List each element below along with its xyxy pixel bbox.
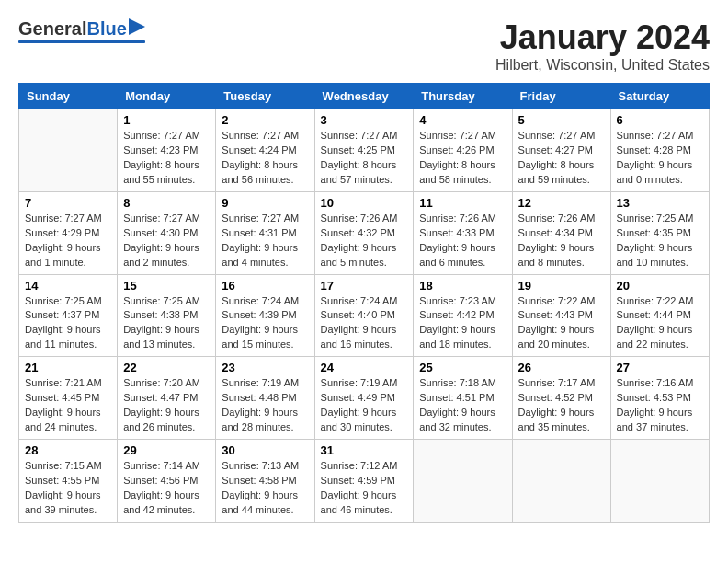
calendar-day-cell: 25Sunrise: 7:18 AMSunset: 4:51 PMDayligh…	[414, 357, 512, 440]
day-info: Sunrise: 7:24 AMSunset: 4:39 PMDaylight:…	[222, 294, 308, 353]
calendar-day-header: Sunday	[19, 84, 118, 109]
calendar-day-cell: 17Sunrise: 7:24 AMSunset: 4:40 PMDayligh…	[314, 274, 414, 357]
day-number: 20	[617, 279, 703, 293]
calendar-day-cell: 21Sunrise: 7:21 AMSunset: 4:45 PMDayligh…	[19, 357, 118, 440]
calendar-day-cell: 4Sunrise: 7:27 AMSunset: 4:26 PMDaylight…	[414, 109, 512, 192]
day-info: Sunrise: 7:15 AMSunset: 4:55 PMDaylight:…	[25, 459, 111, 518]
day-number: 31	[321, 443, 408, 457]
day-info: Sunrise: 7:25 AMSunset: 4:35 PMDaylight:…	[617, 212, 703, 270]
day-number: 16	[222, 279, 308, 293]
day-info: Sunrise: 7:21 AMSunset: 4:45 PMDaylight:…	[25, 376, 111, 435]
day-info: Sunrise: 7:19 AMSunset: 4:49 PMDaylight:…	[321, 376, 408, 435]
calendar-day-cell: 7Sunrise: 7:27 AMSunset: 4:29 PMDaylight…	[19, 191, 118, 274]
calendar-day-cell: 19Sunrise: 7:22 AMSunset: 4:43 PMDayligh…	[512, 274, 610, 357]
calendar-day-cell: 27Sunrise: 7:16 AMSunset: 4:53 PMDayligh…	[610, 357, 709, 440]
day-number: 6	[617, 113, 703, 127]
day-info: Sunrise: 7:27 AMSunset: 4:30 PMDaylight:…	[123, 212, 210, 270]
calendar-day-cell: 14Sunrise: 7:25 AMSunset: 4:37 PMDayligh…	[19, 274, 118, 357]
calendar-week-row: 14Sunrise: 7:25 AMSunset: 4:37 PMDayligh…	[19, 274, 710, 357]
calendar-day-cell: 12Sunrise: 7:26 AMSunset: 4:34 PMDayligh…	[512, 191, 610, 274]
day-info: Sunrise: 7:27 AMSunset: 4:25 PMDaylight:…	[321, 129, 408, 188]
day-info: Sunrise: 7:16 AMSunset: 4:53 PMDaylight:…	[617, 376, 703, 435]
calendar-day-cell: 30Sunrise: 7:13 AMSunset: 4:58 PMDayligh…	[216, 440, 314, 523]
calendar-day-cell: 2Sunrise: 7:27 AMSunset: 4:24 PMDaylight…	[216, 109, 314, 192]
day-number: 10	[321, 196, 408, 210]
calendar-week-row: 1Sunrise: 7:27 AMSunset: 4:23 PMDaylight…	[19, 109, 710, 192]
title-block: January 2024 Hilbert, Wisconsin, United …	[495, 18, 710, 74]
day-info: Sunrise: 7:27 AMSunset: 4:29 PMDaylight:…	[25, 212, 111, 270]
day-number: 30	[222, 443, 308, 457]
day-info: Sunrise: 7:17 AMSunset: 4:52 PMDaylight:…	[518, 376, 605, 435]
calendar-day-header: Saturday	[610, 84, 709, 109]
day-number: 25	[419, 361, 506, 374]
day-info: Sunrise: 7:20 AMSunset: 4:47 PMDaylight:…	[123, 376, 210, 435]
day-number: 19	[518, 279, 605, 293]
calendar-day-cell: 29Sunrise: 7:14 AMSunset: 4:56 PMDayligh…	[118, 440, 216, 523]
day-info: Sunrise: 7:27 AMSunset: 4:31 PMDaylight:…	[222, 212, 308, 270]
day-number: 26	[518, 361, 605, 374]
day-info: Sunrise: 7:27 AMSunset: 4:26 PMDaylight:…	[419, 129, 506, 188]
day-number: 23	[222, 361, 308, 374]
page-header: General Blue January 2024 Hilbert, Wisco…	[18, 18, 710, 74]
day-number: 5	[518, 113, 605, 127]
logo-general: General	[18, 18, 86, 40]
calendar-day-cell: 28Sunrise: 7:15 AMSunset: 4:55 PMDayligh…	[19, 440, 118, 523]
day-number: 18	[419, 279, 506, 293]
calendar-week-row: 28Sunrise: 7:15 AMSunset: 4:55 PMDayligh…	[19, 440, 710, 523]
day-number: 14	[25, 279, 111, 293]
calendar-day-cell: 22Sunrise: 7:20 AMSunset: 4:47 PMDayligh…	[118, 357, 216, 440]
day-number: 3	[321, 113, 408, 127]
logo-arrow-icon	[129, 18, 145, 35]
calendar-day-cell: 23Sunrise: 7:19 AMSunset: 4:48 PMDayligh…	[216, 357, 314, 440]
day-number: 8	[123, 196, 210, 210]
logo-blue: Blue	[86, 18, 126, 40]
day-info: Sunrise: 7:14 AMSunset: 4:56 PMDaylight:…	[123, 459, 210, 518]
day-info: Sunrise: 7:27 AMSunset: 4:23 PMDaylight:…	[123, 129, 210, 188]
day-info: Sunrise: 7:22 AMSunset: 4:44 PMDaylight:…	[617, 294, 703, 353]
day-number: 2	[222, 113, 308, 127]
calendar-day-cell: 31Sunrise: 7:12 AMSunset: 4:59 PMDayligh…	[314, 440, 414, 523]
day-info: Sunrise: 7:27 AMSunset: 4:24 PMDaylight:…	[222, 129, 308, 188]
day-number: 9	[222, 196, 308, 210]
day-number: 28	[25, 443, 111, 457]
day-number: 27	[617, 361, 703, 374]
calendar-day-cell	[19, 109, 118, 192]
calendar-day-header: Friday	[512, 84, 610, 109]
calendar-day-cell	[414, 440, 512, 523]
svg-marker-0	[129, 18, 145, 35]
calendar-day-cell: 6Sunrise: 7:27 AMSunset: 4:28 PMDaylight…	[610, 109, 709, 192]
calendar-day-cell: 1Sunrise: 7:27 AMSunset: 4:23 PMDaylight…	[118, 109, 216, 192]
calendar-day-cell: 20Sunrise: 7:22 AMSunset: 4:44 PMDayligh…	[610, 274, 709, 357]
day-number: 22	[123, 361, 210, 374]
calendar-table: SundayMondayTuesdayWednesdayThursdayFrid…	[18, 83, 710, 523]
calendar-day-cell: 9Sunrise: 7:27 AMSunset: 4:31 PMDaylight…	[216, 191, 314, 274]
calendar-day-cell: 15Sunrise: 7:25 AMSunset: 4:38 PMDayligh…	[118, 274, 216, 357]
day-number: 17	[321, 279, 408, 293]
calendar-day-header: Tuesday	[216, 84, 314, 109]
day-number: 11	[419, 196, 506, 210]
calendar-week-row: 7Sunrise: 7:27 AMSunset: 4:29 PMDaylight…	[19, 191, 710, 274]
day-number: 1	[123, 113, 210, 127]
calendar-day-cell: 8Sunrise: 7:27 AMSunset: 4:30 PMDaylight…	[118, 191, 216, 274]
day-info: Sunrise: 7:26 AMSunset: 4:32 PMDaylight:…	[321, 212, 408, 270]
calendar-day-cell: 26Sunrise: 7:17 AMSunset: 4:52 PMDayligh…	[512, 357, 610, 440]
logo-underline	[18, 40, 145, 43]
logo: General Blue	[18, 18, 145, 43]
calendar-day-cell: 5Sunrise: 7:27 AMSunset: 4:27 PMDaylight…	[512, 109, 610, 192]
day-info: Sunrise: 7:19 AMSunset: 4:48 PMDaylight:…	[222, 376, 308, 435]
day-number: 4	[419, 113, 506, 127]
calendar-day-cell: 16Sunrise: 7:24 AMSunset: 4:39 PMDayligh…	[216, 274, 314, 357]
calendar-header-row: SundayMondayTuesdayWednesdayThursdayFrid…	[19, 84, 710, 109]
day-info: Sunrise: 7:25 AMSunset: 4:38 PMDaylight:…	[123, 294, 210, 353]
calendar-day-header: Monday	[118, 84, 216, 109]
calendar-day-cell	[512, 440, 610, 523]
day-number: 29	[123, 443, 210, 457]
page-subtitle: Hilbert, Wisconsin, United States	[495, 57, 710, 74]
day-number: 21	[25, 361, 111, 374]
day-number: 12	[518, 196, 605, 210]
day-info: Sunrise: 7:18 AMSunset: 4:51 PMDaylight:…	[419, 376, 506, 435]
day-info: Sunrise: 7:27 AMSunset: 4:27 PMDaylight:…	[518, 129, 605, 188]
day-info: Sunrise: 7:23 AMSunset: 4:42 PMDaylight:…	[419, 294, 506, 353]
calendar-day-cell: 10Sunrise: 7:26 AMSunset: 4:32 PMDayligh…	[314, 191, 414, 274]
calendar-day-cell: 18Sunrise: 7:23 AMSunset: 4:42 PMDayligh…	[414, 274, 512, 357]
